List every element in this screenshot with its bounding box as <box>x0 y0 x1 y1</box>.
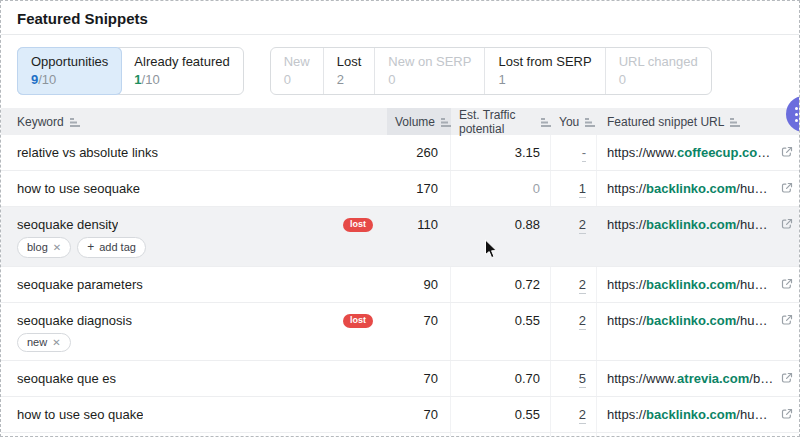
filter-tab-count: 0 <box>388 72 471 87</box>
remove-tag-icon[interactable]: ✕ <box>52 337 60 348</box>
lost-badge: lost <box>343 314 373 328</box>
snippet-url-link[interactable]: https://backlinko.com/hub/seo/se... <box>607 217 774 232</box>
column-header-est-traffic-potential[interactable]: Est. Traffic potential <box>451 108 551 135</box>
filter-tab-label: Already featured <box>134 54 229 69</box>
volume-cell: 70 <box>387 303 451 360</box>
url-path: /hub/seo/se... <box>736 313 774 328</box>
url-prefix: https://www. <box>607 371 677 386</box>
tag-pill-blog[interactable]: blog✕ <box>17 237 71 258</box>
page-title: Featured Snippets <box>17 10 783 27</box>
traffic-potential-cell: 0 <box>451 171 551 206</box>
keyword-text: relative vs absolute links <box>17 145 158 160</box>
snippet-url-link[interactable]: https://backlinko.com/hub/seo/se... <box>607 407 774 422</box>
filter-tab-opportunities[interactable]: Opportunities9/10 <box>17 47 122 95</box>
filter-tab-count: 2 <box>337 72 362 87</box>
you-position-cell: 2 <box>551 397 597 432</box>
filter-tab-lost[interactable]: Lost2 <box>323 48 375 94</box>
external-link-icon[interactable] <box>781 278 793 290</box>
external-link-icon[interactable] <box>781 218 793 230</box>
external-link-icon[interactable] <box>781 408 793 420</box>
remove-tag-icon[interactable]: ✕ <box>53 242 61 253</box>
column-header-label: Est. Traffic potential <box>459 108 535 136</box>
column-header-label: Volume <box>395 115 435 129</box>
url-domain: backlinko.com <box>646 217 736 232</box>
url-domain: coffeecup.com <box>677 145 770 160</box>
keyword-cell: seoquake diagnosislostnew✕ <box>1 303 387 360</box>
filter-tab-count: 0 <box>619 72 698 87</box>
you-position-link[interactable]: 2 <box>579 407 586 424</box>
snippet-url-link[interactable]: https://backlinko.com/hub/seo/se... <box>607 313 774 328</box>
snippet-url-link[interactable]: https://www.atrevia.com/blog/seo... <box>607 371 774 386</box>
url-domain: backlinko.com <box>646 407 736 422</box>
traffic-potential-cell: 0.48 <box>451 433 551 437</box>
filter-tab-label: New on SERP <box>388 54 471 69</box>
you-position-link[interactable]: 2 <box>579 217 586 234</box>
snippet-url-cell: https://backlinko.com/hub/seo/se... <box>597 397 799 432</box>
lost-badge: lost <box>343 218 373 232</box>
you-position-cell: 2 <box>551 267 597 302</box>
snippet-url-cell: https://backlinko.com/hub/seo/se... <box>597 303 799 360</box>
sort-icon <box>730 118 740 127</box>
keyword-text: seoquake density <box>17 217 118 232</box>
snippet-url-cell: https://backlinko.com/hub/seo/se... <box>597 171 799 206</box>
column-header-you[interactable]: You <box>551 108 597 135</box>
column-header-keyword[interactable]: Keyword <box>1 108 387 135</box>
you-position-link[interactable]: 5 <box>579 371 586 388</box>
url-path: /hub/seo/se... <box>736 407 774 422</box>
sort-icon <box>70 118 80 127</box>
primary-filter-group: Opportunities9/10Already featured1/10 <box>17 47 244 95</box>
keyword-text: seoquake diagnosis <box>17 313 132 328</box>
filter-tab-lost-from-serp[interactable]: Lost from SERP1 <box>484 48 604 94</box>
keyword-cell: seoquake parameters <box>1 267 387 302</box>
volume-cell: 260 <box>387 135 451 170</box>
filter-tab-already-featured[interactable]: Already featured1/10 <box>121 48 242 94</box>
url-domain: atrevia.com <box>677 371 749 386</box>
traffic-potential-cell: 0.88 <box>451 207 551 266</box>
table-row: how to use seoquake17001https://backlink… <box>1 171 799 207</box>
column-header-volume[interactable]: Volume <box>387 108 451 135</box>
url-prefix: https:// <box>607 313 646 328</box>
table-row: best seo toolbar firefox400.48-https://c… <box>1 433 799 437</box>
external-link-icon[interactable] <box>781 182 793 194</box>
column-header-featured-snippet-url[interactable]: Featured snippet URL <box>597 108 799 135</box>
filter-tab-new: New0 <box>271 48 323 94</box>
you-position-link[interactable]: 2 <box>579 313 586 330</box>
tags-row: new✕ <box>17 333 379 352</box>
you-position-link[interactable]: 1 <box>579 181 586 198</box>
you-position-link[interactable]: - <box>582 145 586 162</box>
snippet-url-link[interactable]: https://www.coffeecup.com/help/... <box>607 145 774 160</box>
snippets-table: KeywordVolumeEst. Traffic potentialYouFe… <box>1 108 799 437</box>
column-header-label: Keyword <box>17 115 64 129</box>
keyword-cell: seoquake que es <box>1 361 387 396</box>
url-path: /blog/seo... <box>749 371 774 386</box>
snippet-url-cell: https://www.coffeecup.com/help/... <box>597 135 799 170</box>
tag-pill-new[interactable]: new✕ <box>17 333 71 352</box>
volume-cell: 170 <box>387 171 451 206</box>
snippet-url-link[interactable]: https://backlinko.com/hub/seo/se... <box>607 181 774 196</box>
external-link-icon[interactable] <box>781 314 793 326</box>
you-position-cell: 5 <box>551 361 597 396</box>
you-position-link[interactable]: 2 <box>579 277 586 294</box>
external-link-icon[interactable] <box>781 146 793 158</box>
tags-row: blog✕+add tag <box>17 237 379 258</box>
keyword-cell: relative vs absolute links <box>1 135 387 170</box>
external-link-icon[interactable] <box>781 372 793 384</box>
you-position-cell: 2 <box>551 303 597 360</box>
traffic-potential-cell: 0.72 <box>451 267 551 302</box>
url-path: /hub/seo/se... <box>736 277 774 292</box>
volume-cell: 110 <box>387 207 451 266</box>
table-row: seoquake densitylostblog✕+add tag1100.88… <box>1 207 799 267</box>
snippet-url-link[interactable]: https://backlinko.com/hub/seo/se... <box>607 277 774 292</box>
traffic-potential-cell: 0.55 <box>451 303 551 360</box>
volume-cell: 70 <box>387 361 451 396</box>
keyword-cell: best seo toolbar firefox <box>1 433 387 437</box>
sort-icon <box>541 118 551 127</box>
add-tag-button[interactable]: +add tag <box>77 237 146 258</box>
you-position-cell: - <box>551 135 597 170</box>
sort-icon <box>441 118 451 127</box>
column-header-label: You <box>559 115 579 129</box>
snippet-url-cell: https://backlinko.com/hub/seo/se... <box>597 267 799 302</box>
table-body: relative vs absolute links2603.15-https:… <box>1 135 799 437</box>
url-prefix: https:// <box>607 277 646 292</box>
you-position-cell: 2 <box>551 207 597 266</box>
